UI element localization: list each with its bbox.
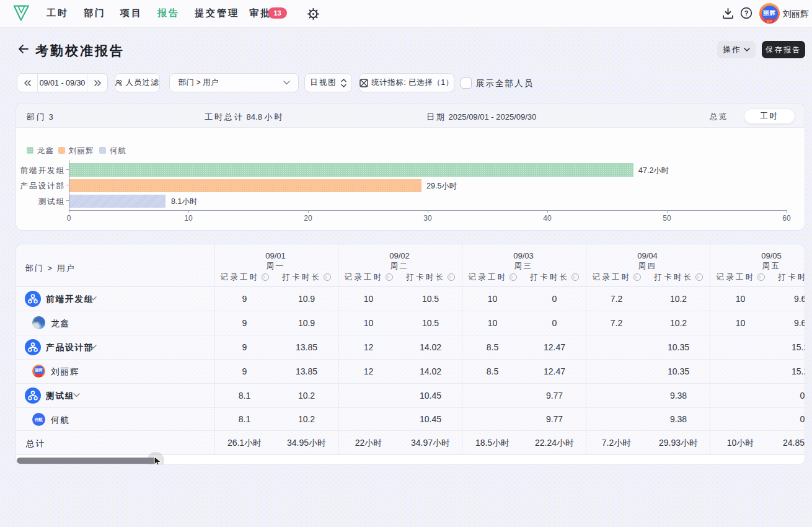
svg-text:?: ?	[744, 9, 749, 17]
